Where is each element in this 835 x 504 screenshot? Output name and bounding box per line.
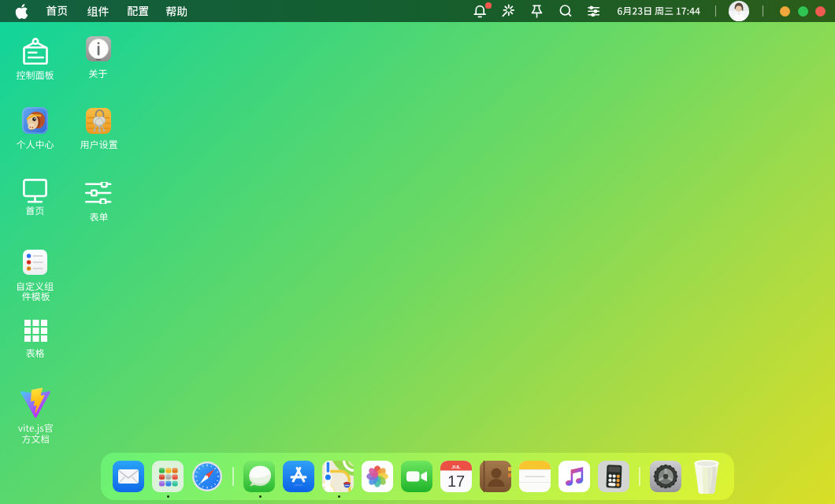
svg-text:17: 17 bbox=[447, 472, 465, 490]
svg-text:JUL: JUL bbox=[451, 465, 461, 469]
